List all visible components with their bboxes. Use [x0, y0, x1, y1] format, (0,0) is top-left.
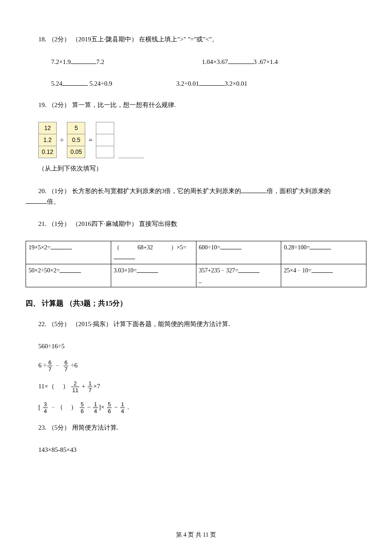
q18-blank3[interactable] [62, 78, 88, 86]
q22-line2: 6 ÷67 ﹣ 67 ÷6 [38, 360, 366, 372]
fraction-6-7: 67 [47, 360, 52, 372]
q22-label: 22. [38, 321, 46, 327]
q19-c1r3: 0.12 [39, 146, 57, 158]
q19-divide: ÷ [60, 135, 64, 146]
q19-c2r1: 5 [67, 122, 85, 134]
question-18: 18. （2分） （2019五上·陇县期中） 在横线上填上">" "="或"<"… [26, 34, 366, 44]
q22-line1: 560÷16÷5 [38, 341, 366, 351]
q23-line1: 143×85-85×43 [38, 445, 366, 455]
question-22: 22. （5分） （2015·揭东） 计算下面各题，能简便的用简便方法计算. [26, 319, 366, 329]
q19-c3r2[interactable] [96, 134, 114, 146]
q20-label: 20. [38, 188, 46, 194]
q21-blank-r2c1[interactable] [60, 266, 81, 272]
q21-r2c1: 50×2÷50×2= [26, 264, 111, 287]
q23-instruction: 用简便方法计算. [72, 424, 118, 431]
q21-points: （1分） [48, 220, 71, 227]
section-4-heading: 四、 计算题 （共3题；共15分） [26, 298, 366, 309]
q18-e4a: 3.2÷0.01 [176, 80, 199, 87]
table-row: 50×2÷50×2= 3.03×10= 357+235﹣327=_ 25×4﹣1… [26, 264, 366, 287]
q18-points: （2分） [48, 36, 71, 43]
q21-r1c3: 600÷10= [196, 241, 281, 264]
q21-r2c3: 357+235﹣327=_ [196, 264, 281, 287]
q21-blank-r1c4[interactable] [310, 243, 331, 249]
q19-note: （从上到下依次填写） [26, 163, 366, 173]
q22-line4: [ 34 ﹣（ ） 56 − 14]× 56 − 14 . [38, 402, 366, 414]
q21-blank-r2c4[interactable] [311, 266, 333, 272]
page-footer: 第 4 页 共 11 页 [26, 530, 366, 540]
fraction-2-11: 211 [71, 381, 79, 393]
q21-table: 19×5×2= （ 68+32 ）×5= 600÷10= 0.28÷100= 5… [26, 241, 366, 287]
table-row: 19×5×2= （ 68+32 ）×5= 600÷10= 0.28÷100= [26, 241, 366, 264]
question-23: 23. （5分） 用简便方法计算. [26, 422, 366, 433]
question-21: 21. （1分） （2016四下·麻城期中） 直接写出得数 [26, 219, 366, 229]
q19-label: 19. [38, 101, 46, 108]
q18-blank4[interactable] [199, 78, 225, 86]
q18-e2b: 3 .67×1.4 [254, 58, 278, 65]
q22-instruction: 计算下面各题，能简便的用简便方法计算. [113, 321, 230, 327]
q21-r1c4: 0.28÷100= [281, 241, 366, 264]
q21-blank-r2c3[interactable] [238, 266, 259, 272]
q23-points: （5分） [48, 424, 71, 431]
q18-row1: 7.2×1.97.2 1.04×3.673 .67×1.4 [26, 56, 366, 67]
q22-points: （5分） [48, 321, 71, 327]
q21-r1c2: （ 68+32 ）×5= [111, 241, 196, 264]
q20-text-c: 倍。 [47, 198, 60, 205]
q19-col1: 12 1.2 0.12 [38, 122, 57, 158]
q19-c3r3[interactable] [96, 146, 114, 158]
q22-source: （2015·揭东） [72, 321, 112, 327]
q21-blank-r1c2[interactable] [114, 252, 135, 259]
q21-blank-r1c1[interactable] [51, 243, 72, 249]
q19-c3r1[interactable] [96, 122, 114, 134]
q18-label: 18. [38, 36, 46, 43]
q18-e2a: 1.04×3.67 [202, 58, 228, 65]
q19-col2: 5 0.5 0.05 [67, 122, 85, 158]
q19-instruction: 算一算，比一比，想一想有什么规律. [72, 101, 176, 108]
q18-blank2[interactable] [228, 56, 254, 64]
q20-blank1[interactable] [241, 185, 267, 193]
q18-source: （2019五上·陇县期中） [72, 36, 138, 43]
q21-r2c2: 3.03×10= [111, 264, 196, 287]
q21-blank-r1c3[interactable] [220, 243, 242, 249]
fraction-1-4: 14 [93, 402, 98, 414]
fraction-5-6: 56 [80, 402, 84, 414]
q19-c2r2: 0.5 [67, 134, 85, 146]
q18-blank1[interactable] [71, 56, 96, 64]
q19-rule-blank[interactable] [118, 158, 144, 158]
fraction-1-4: 14 [120, 402, 125, 414]
q19-col3 [96, 122, 114, 158]
q19-figure: 12 1.2 0.12 ÷ 5 0.5 0.05 = [38, 122, 366, 158]
q18-row2: 5.24 5.24÷0.9 3.2÷0.013.2×0.01 [26, 78, 366, 89]
q20-points: （1分） [48, 188, 71, 194]
q18-e3a: 5.24 [51, 80, 62, 87]
q20-blank2[interactable] [26, 196, 47, 204]
fraction-6-7: 67 [63, 360, 68, 372]
q21-source: （2016四下·麻城期中） [72, 220, 138, 227]
q21-instruction: 直接写出得数 [139, 220, 177, 227]
q23-label: 23. [38, 424, 46, 431]
q20-text-a: 长方形的长与宽都扩大到原来的3倍，它的周长扩大到原来的 [72, 188, 242, 194]
question-19: 19. （2分） 算一算，比一比，想一想有什么规律. [26, 100, 366, 110]
q21-label: 21. [38, 220, 46, 227]
q19-c1r2: 1.2 [39, 134, 57, 146]
q19-c2r3: 0.05 [67, 146, 85, 158]
fraction-5-6: 56 [107, 402, 112, 414]
q18-e1b: 7.2 [96, 58, 104, 65]
q19-points: （2分） [48, 101, 71, 108]
q18-e4b: 3.2×0.01 [225, 80, 247, 87]
question-20: 20. （1分） 长方形的长与宽都扩大到原来的3倍，它的周长扩大到原来的倍，面积… [26, 185, 366, 207]
q19-c1r1: 12 [39, 122, 57, 134]
q18-e3b: 5.24÷0.9 [89, 80, 112, 87]
q21-r1c1: 19×5×2= [26, 241, 111, 264]
q18-instruction: 在横线上填上">" "="或"<"。 [139, 36, 218, 43]
q19-equals: = [89, 135, 92, 146]
q18-e1a: 7.2×1.9 [51, 58, 71, 65]
q21-blank-r2c2[interactable] [137, 266, 158, 272]
fraction-1-7: 17 [88, 381, 92, 393]
fraction-3-4: 34 [43, 402, 48, 414]
q22-line3: 11×（ ） 211 + 17×7 [38, 381, 366, 393]
q20-text-b: 倍，面积扩大到原来的 [267, 188, 331, 194]
q21-r2c4: 25×4﹣10= [281, 264, 366, 287]
